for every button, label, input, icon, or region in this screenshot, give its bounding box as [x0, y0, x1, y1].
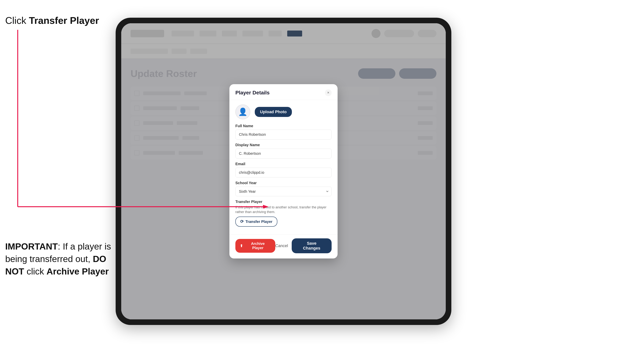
display-name-label: Display Name	[235, 143, 332, 147]
archive-player-button[interactable]: ⬆ Archive Player	[235, 239, 275, 253]
email-label: Email	[235, 162, 332, 166]
cancel-button[interactable]: Cancel	[275, 243, 288, 248]
email-group: Email	[235, 162, 332, 177]
app-background: Update Roster	[121, 23, 446, 319]
instruction-top: Click Transfer Player	[5, 15, 99, 26]
full-name-label: Full Name	[235, 124, 332, 128]
transfer-label: Transfer Player	[235, 200, 332, 204]
transfer-player-button[interactable]: ⟳ Transfer Player	[235, 217, 277, 227]
instruction-highlight: Transfer Player	[29, 15, 99, 26]
instruction-suffix: click	[24, 266, 46, 276]
upload-photo-button[interactable]: Upload Photo	[255, 107, 292, 117]
player-details-modal: Player Details × 👤 Upload Photo	[230, 84, 338, 258]
photo-row: 👤 Upload Photo	[235, 104, 332, 119]
tablet-device: Update Roster	[116, 18, 451, 325]
display-name-group: Display Name	[235, 143, 332, 159]
modal-title: Player Details	[235, 90, 270, 96]
tablet-screen: Update Roster	[121, 23, 446, 319]
transfer-btn-label: Transfer Player	[246, 219, 272, 224]
modal-close-button[interactable]: ×	[325, 89, 332, 96]
footer-right-buttons: Cancel Save Changes	[275, 238, 332, 253]
modal-body: 👤 Upload Photo Full Name Display Name	[230, 100, 338, 234]
transfer-icon: ⟳	[240, 219, 244, 224]
archive-btn-label: Archive Player	[245, 242, 271, 250]
modal-header: Player Details ×	[230, 84, 338, 100]
save-changes-button[interactable]: Save Changes	[292, 238, 332, 253]
instruction-bottom: IMPORTANT: If a player is being transfer…	[5, 240, 114, 278]
school-year-select[interactable]: Sixth Year	[235, 186, 332, 196]
avatar-circle: 👤	[235, 104, 250, 119]
modal-footer: ⬆ Archive Player Cancel Save Changes	[230, 234, 338, 258]
email-input[interactable]	[235, 168, 332, 177]
full-name-group: Full Name	[235, 124, 332, 140]
school-year-group: School Year Sixth Year	[235, 181, 332, 196]
display-name-input[interactable]	[235, 149, 332, 159]
transfer-description: If this player has moved to another scho…	[235, 205, 332, 214]
transfer-section: Transfer Player If this player has moved…	[235, 200, 332, 227]
instruction-prefix: Click	[5, 15, 29, 26]
archive-icon: ⬆	[240, 244, 243, 248]
school-year-label: School Year	[235, 181, 332, 185]
full-name-input[interactable]	[235, 130, 332, 140]
archive-label: Archive Player	[46, 266, 109, 276]
modal-overlay: Player Details × 👤 Upload Photo	[121, 23, 446, 319]
user-icon: 👤	[238, 107, 248, 116]
close-icon: ×	[327, 91, 329, 95]
important-label: IMPORTANT	[5, 242, 58, 251]
